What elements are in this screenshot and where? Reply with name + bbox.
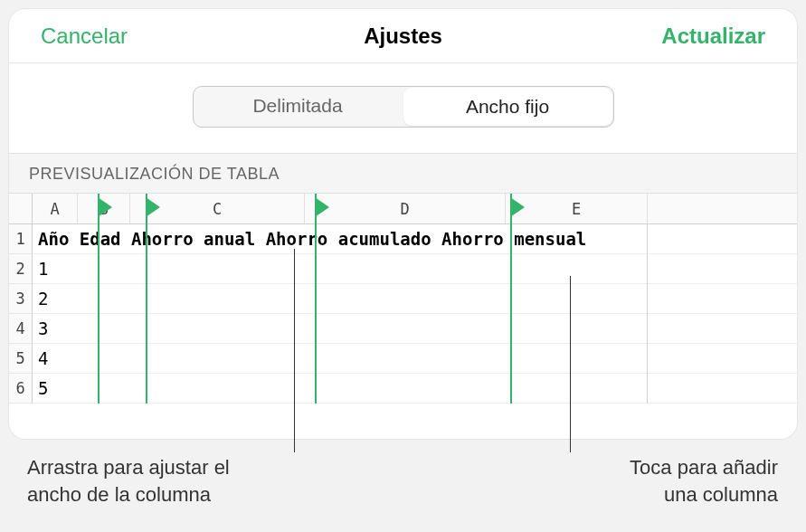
row-number: 5 (9, 344, 33, 374)
table-right-edge (647, 224, 648, 404)
row-number: 3 (9, 284, 33, 314)
column-header: A (33, 194, 78, 223)
row-number: 6 (9, 374, 33, 404)
row-number: 4 (9, 314, 33, 344)
callout-tap: Toca para añadiruna columna (507, 454, 778, 508)
column-divider-handle[interactable] (510, 194, 512, 404)
column-divider-handle[interactable] (146, 194, 147, 404)
column-divider-handle[interactable] (315, 194, 317, 404)
row-number: 2 (9, 254, 33, 284)
preview-grid[interactable]: A B C D E Año Edad Ahorro anual Ahorro a… (33, 194, 797, 404)
corner-cell (9, 194, 33, 224)
tab-fixed-width[interactable]: Ancho fijo (403, 88, 612, 126)
callout-line (294, 249, 295, 452)
callout-drag: Arrastra para ajustar elancho de la colu… (27, 454, 289, 508)
tab-delimited[interactable]: Delimitada (194, 87, 403, 125)
tab-container: Delimitada Ancho fijo (9, 63, 797, 153)
update-button[interactable]: Actualizar (661, 24, 765, 49)
callout-line (570, 276, 571, 452)
column-header: E (506, 194, 648, 223)
column-divider-handle[interactable] (98, 194, 100, 404)
segmented-control: Delimitada Ancho fijo (193, 86, 614, 128)
cancel-button[interactable]: Cancelar (41, 24, 128, 49)
row-number: 1 (9, 224, 33, 254)
section-header: PREVISUALIZACIÓN DE TABLA (9, 153, 797, 194)
table-preview: 1 2 3 4 5 6 A B C D E Año Edad Ahorro an… (9, 194, 797, 404)
column-header: D (305, 194, 506, 223)
row-number-gutter: 1 2 3 4 5 6 (9, 194, 33, 404)
settings-modal: Cancelar Ajustes Actualizar Delimitada A… (9, 9, 797, 439)
page-title: Ajustes (364, 24, 442, 49)
navbar: Cancelar Ajustes Actualizar (9, 9, 797, 63)
